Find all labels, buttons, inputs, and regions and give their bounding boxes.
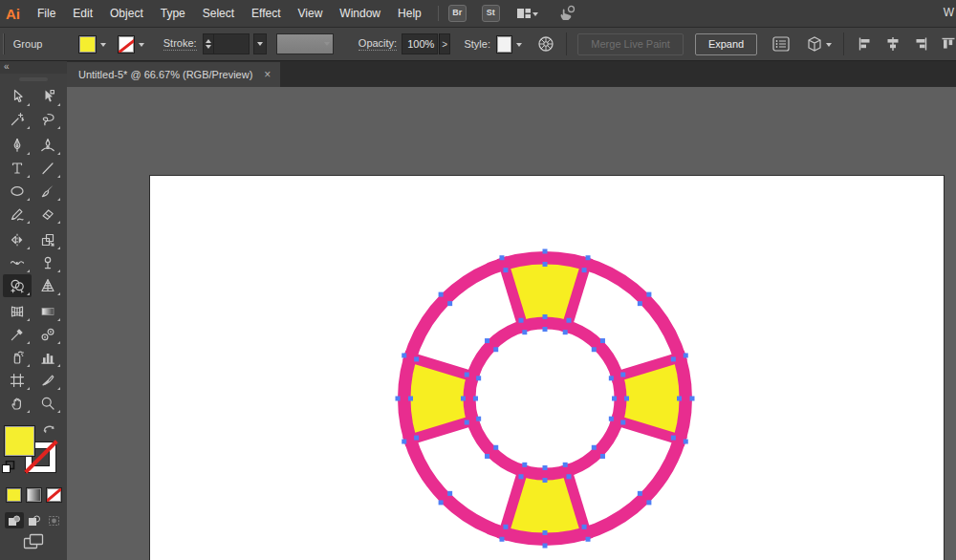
chevron-down-icon: [257, 42, 263, 49]
default-fill-stroke-icon[interactable]: [2, 461, 15, 478]
column-graph-icon: [40, 350, 55, 365]
tool-eyedropper[interactable]: [3, 323, 32, 346]
symbol-sprayer-icon: [10, 350, 25, 365]
stroke-width-dropdown[interactable]: [253, 33, 267, 54]
canvas-area[interactable]: [67, 87, 956, 560]
tool-hand[interactable]: [3, 392, 32, 415]
stock-button[interactable]: St: [482, 5, 500, 22]
tool-pen[interactable]: [3, 134, 32, 157]
tool-puppet-warp[interactable]: [33, 251, 62, 274]
tool-mesh[interactable]: [3, 300, 32, 323]
menu-object[interactable]: Object: [101, 7, 152, 20]
tool-ellipse[interactable]: [3, 180, 32, 203]
horizontal-align-left-icon[interactable]: [858, 36, 873, 52]
none-button[interactable]: [46, 487, 62, 503]
style-chevron-down-icon[interactable]: [516, 43, 522, 50]
swap-fill-stroke-icon[interactable]: [42, 421, 56, 439]
touch-workspace-icon[interactable]: [557, 5, 576, 22]
stroke-panel-link[interactable]: Stroke:: [163, 37, 197, 51]
artboard[interactable]: [149, 175, 945, 560]
tool-slice[interactable]: [33, 369, 62, 392]
screen-mode-button[interactable]: [0, 533, 67, 549]
eyedropper-icon: [10, 327, 25, 342]
menu-help[interactable]: Help: [389, 7, 430, 20]
menu-edit[interactable]: Edit: [64, 7, 101, 20]
menu-bar: FileEditObjectTypeSelectEffectViewWindow…: [29, 7, 430, 20]
tool-blend[interactable]: [33, 323, 62, 346]
appbar-divider: [438, 6, 439, 21]
stroke-width-stepper[interactable]: [203, 33, 215, 54]
recolor-artwork-icon[interactable]: [537, 35, 554, 53]
tool-width[interactable]: [3, 251, 32, 274]
tool-magic-wand[interactable]: [3, 108, 32, 131]
stroke-width-field[interactable]: [214, 33, 250, 54]
paintbrush-icon: [40, 183, 55, 199]
document-tab-title: Untitled-5* @ 66.67% (RGB/Preview): [78, 69, 252, 80]
variable-width-profile-dropdown[interactable]: [276, 33, 334, 54]
tools-panel: «: [0, 61, 67, 560]
selection-type-label: Group: [13, 38, 43, 50]
illustrator-window: Ai FileEditObjectTypeSelectEffectViewWin…: [0, 0, 956, 560]
tool-type[interactable]: [3, 157, 32, 180]
tool-shape-builder[interactable]: [3, 274, 32, 297]
stroke-color-swatch[interactable]: [118, 35, 135, 54]
tool-reflect[interactable]: [3, 228, 32, 251]
lifebuoy-artwork[interactable]: [150, 176, 944, 560]
tool-gradient[interactable]: [33, 300, 62, 323]
tools-panel-grip[interactable]: [19, 77, 48, 81]
tool-curvature[interactable]: [33, 134, 62, 157]
tool-artboard[interactable]: [3, 369, 32, 392]
controlbar-grip[interactable]: [3, 33, 5, 54]
menu-view[interactable]: View: [290, 7, 332, 20]
tab-close-icon[interactable]: ×: [264, 68, 271, 81]
fill-chevron-down-icon[interactable]: [100, 43, 106, 50]
tool-selection[interactable]: [3, 85, 32, 108]
tool-free-transform[interactable]: [33, 228, 62, 251]
tool-symbol-sprayer[interactable]: [3, 346, 32, 369]
draw-inside-button[interactable]: [45, 512, 64, 528]
menu-select[interactable]: Select: [194, 7, 243, 20]
tool-perspective-grid[interactable]: [33, 274, 62, 297]
color-type-buttons: [0, 487, 67, 503]
vertical-align-top-icon[interactable]: [941, 36, 956, 52]
fill-stroke-indicator: [0, 424, 67, 480]
workspace-name-partial[interactable]: W: [944, 6, 954, 19]
arrange-documents-icon[interactable]: [805, 35, 832, 53]
opacity-value-field[interactable]: 100%: [402, 33, 438, 54]
chevron-down-icon: [324, 42, 330, 49]
opacity-panel-link[interactable]: Opacity:: [358, 37, 397, 51]
menu-effect[interactable]: Effect: [243, 7, 289, 20]
tool-zoom[interactable]: [33, 392, 62, 415]
menu-file[interactable]: File: [29, 7, 64, 20]
horizontal-align-right-icon[interactable]: [913, 36, 928, 52]
expand-button[interactable]: Expand: [695, 33, 757, 55]
color-button[interactable]: [6, 487, 22, 503]
menu-window[interactable]: Window: [331, 7, 389, 20]
tool-direct-selection[interactable]: [33, 85, 62, 108]
stroke-chevron-down-icon[interactable]: [139, 43, 144, 50]
chevron-down-icon: [532, 12, 538, 19]
gradient-icon: [40, 304, 55, 319]
perspective-grid-icon: [40, 278, 55, 293]
tool-pencil[interactable]: [3, 203, 32, 226]
document-tab[interactable]: Untitled-5* @ 66.67% (RGB/Preview) ×: [67, 62, 280, 87]
graphic-style-swatch[interactable]: [496, 35, 512, 54]
isolate-selected-object-icon[interactable]: [772, 36, 790, 52]
ellipse-icon: [10, 183, 25, 199]
gradient-button[interactable]: [26, 487, 42, 503]
tool-paintbrush[interactable]: [33, 180, 62, 203]
tool-line-segment[interactable]: [33, 157, 62, 180]
fill-color-swatch[interactable]: [78, 35, 96, 54]
tools-panel-collapse-button[interactable]: «: [0, 61, 67, 74]
opacity-expand-button[interactable]: >: [439, 33, 451, 54]
horizontal-align-center-icon[interactable]: [885, 36, 901, 52]
draw-normal-button[interactable]: [5, 512, 24, 528]
draw-behind-button[interactable]: [25, 512, 44, 528]
bridge-button[interactable]: Br: [448, 5, 467, 22]
workspace-switcher-icon[interactable]: [515, 6, 538, 21]
tool-lasso[interactable]: [33, 108, 62, 131]
menu-type[interactable]: Type: [152, 7, 194, 20]
tool-column-graph[interactable]: [33, 346, 62, 369]
tool-eraser[interactable]: [33, 203, 62, 226]
fill-swatch[interactable]: [4, 425, 35, 457]
